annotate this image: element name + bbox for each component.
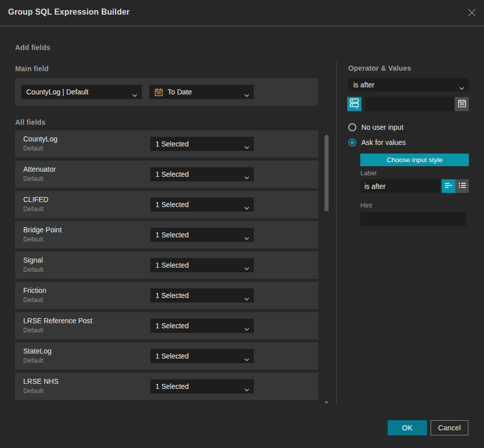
operator-select[interactable]: is after	[348, 78, 469, 91]
scroll-down-icon[interactable]	[324, 397, 329, 406]
field-name: Friction	[23, 286, 46, 294]
chevron-down-icon	[244, 203, 249, 211]
field-row-bridge-point: Bridge Point Default 1 Selected	[15, 221, 318, 248]
single-value-style-button[interactable]	[442, 179, 455, 193]
field-selection-dropdown[interactable]: 1 Selected	[150, 379, 254, 393]
ok-button[interactable]: OK	[388, 420, 427, 435]
chevron-down-icon	[244, 233, 249, 241]
field-subtitle: Default	[23, 236, 43, 243]
radio-ask-for-values-label: Ask for values	[361, 138, 406, 146]
field-selection-dropdown[interactable]: 1 Selected	[150, 228, 254, 242]
field-selection-value: 1 Selected	[155, 140, 189, 148]
radio-no-user-input[interactable]: No user input	[348, 123, 403, 131]
main-field-row: CountyLog | Default To Date	[15, 78, 318, 106]
field-selection-value: 1 Selected	[155, 170, 189, 178]
ask-for-values-section: Choose input style Label	[360, 154, 469, 229]
operator-values-heading: Operator & Values	[348, 64, 411, 72]
field-selection-dropdown[interactable]: 1 Selected	[150, 319, 254, 333]
add-fields-heading: Add fields	[15, 43, 50, 52]
chevron-down-icon	[244, 294, 249, 302]
field-name: LRSE NHS	[23, 377, 59, 385]
scrollbar-thumb[interactable]	[325, 136, 329, 211]
field-name: CountyLog	[23, 135, 58, 143]
field-subtitle: Default	[23, 266, 43, 273]
field-selection-value: 1 Selected	[155, 382, 189, 390]
column-divider	[336, 62, 337, 404]
radio-ask-for-values[interactable]: Ask for values	[348, 138, 406, 146]
field-selection-dropdown[interactable]: 1 Selected	[150, 197, 254, 212]
hint-input[interactable]	[360, 212, 466, 226]
radio-no-user-input-label: No user input	[361, 123, 403, 131]
field-row-statelog: StateLog Default 1 Selected	[15, 342, 318, 370]
chevron-down-icon	[244, 355, 249, 363]
choose-input-style-button[interactable]: Choose input style	[360, 154, 469, 166]
all-fields-list: CountyLog Default 1 Selected Attenuator …	[15, 130, 318, 403]
field-name: Attenuator	[23, 165, 56, 173]
field-name: Signal	[23, 256, 43, 264]
field-row-lrse-reference-post: LRSE Reference Post Default 1 Selected	[15, 312, 318, 339]
field-selection-dropdown[interactable]: 1 Selected	[150, 349, 254, 363]
unique-values-button[interactable]	[347, 97, 361, 111]
field-selection-dropdown[interactable]: 1 Selected	[150, 167, 254, 181]
calendar-icon	[154, 88, 163, 96]
stacked-values-icon	[350, 98, 359, 110]
main-field-select[interactable]: CountyLog | Default	[21, 85, 142, 99]
field-name: StateLog	[23, 347, 51, 355]
main-field-select-value: CountyLog | Default	[26, 88, 89, 96]
field-selection-value: 1 Selected	[155, 231, 189, 239]
all-fields-heading: All fields	[15, 118, 45, 126]
date-field-select[interactable]: To Date	[149, 85, 254, 99]
hint-field-label: Hint	[360, 202, 372, 209]
label-input-row	[360, 179, 469, 193]
field-selection-dropdown[interactable]: 1 Selected	[150, 288, 254, 303]
date-field-select-value: To Date	[168, 88, 192, 96]
field-name: LRSE Reference Post	[23, 317, 92, 325]
dialog-title: Group SQL Expression Builder	[8, 8, 130, 17]
align-left-icon	[445, 182, 453, 190]
label-input[interactable]	[360, 179, 440, 193]
chevron-down-icon	[244, 385, 249, 393]
group-sql-expression-builder-dialog: Group SQL Expression Builder Add fields …	[0, 0, 484, 448]
field-subtitle: Default	[23, 327, 43, 334]
chevron-down-icon	[459, 83, 464, 91]
field-selection-value: 1 Selected	[155, 291, 189, 300]
field-row-countylog: CountyLog Default 1 Selected	[15, 130, 318, 158]
date-picker-button[interactable]	[455, 97, 469, 111]
field-selection-dropdown[interactable]: 1 Selected	[150, 137, 254, 151]
value-input[interactable]	[365, 97, 455, 111]
operator-select-value: is after	[353, 81, 374, 89]
field-row-clifed: CLIFED Default 1 Selected	[15, 191, 318, 218]
bulleted-list-icon	[458, 182, 466, 190]
field-name: CLIFED	[23, 195, 48, 204]
field-selection-value: 1 Selected	[155, 201, 189, 209]
chevron-down-icon	[244, 324, 249, 332]
field-subtitle: Default	[23, 145, 43, 152]
calendar-icon	[458, 99, 466, 109]
chevron-down-icon	[132, 90, 137, 98]
radio-unchecked-icon	[348, 123, 356, 131]
label-field-label: Label	[360, 169, 377, 177]
list-style-button[interactable]	[455, 179, 469, 193]
chevron-down-icon	[244, 173, 249, 181]
field-selection-value: 1 Selected	[155, 261, 189, 269]
field-row-signal: Signal Default 1 Selected	[15, 252, 318, 279]
field-row-attenuator: Attenuator Default 1 Selected	[15, 161, 318, 188]
field-subtitle: Default	[23, 357, 43, 364]
field-subtitle: Default	[23, 175, 43, 182]
field-subtitle: Default	[23, 206, 43, 213]
field-row-friction: Friction Default 1 Selected	[15, 282, 318, 309]
cancel-button[interactable]: Cancel	[431, 420, 468, 435]
field-selection-value: 1 Selected	[155, 352, 189, 360]
field-row-lrse-nhs: LRSE NHS Default 1 Selected	[15, 373, 318, 400]
field-selection-dropdown[interactable]: 1 Selected	[150, 258, 254, 272]
field-name: Bridge Point	[23, 226, 62, 234]
value-input-row	[347, 97, 469, 111]
field-subtitle: Default	[23, 296, 43, 304]
input-style-toggle-group	[442, 179, 469, 193]
close-button[interactable]	[465, 7, 478, 20]
fields-list-scrollbar[interactable]	[323, 130, 330, 406]
close-icon	[467, 8, 476, 19]
field-subtitle: Default	[23, 387, 43, 394]
chevron-down-icon	[244, 90, 249, 98]
main-field-heading: Main field	[15, 65, 49, 73]
